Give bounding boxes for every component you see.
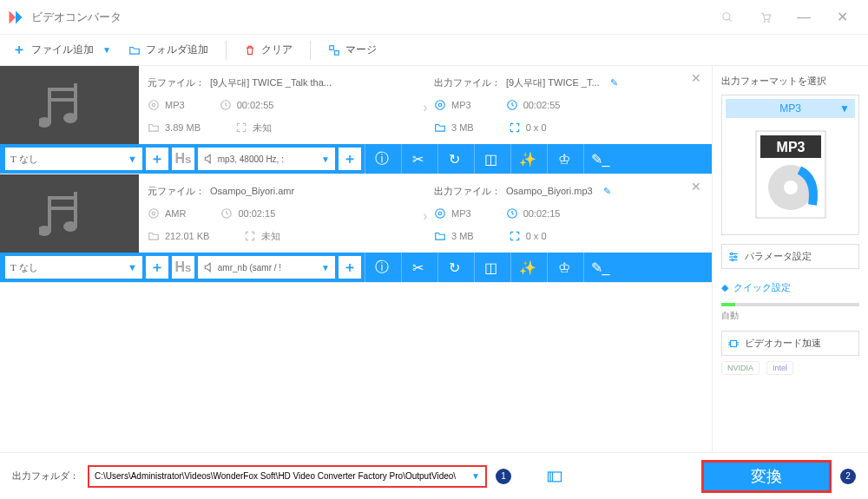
separator bbox=[310, 41, 311, 60]
clock-icon bbox=[220, 207, 233, 220]
size-icon bbox=[434, 121, 446, 134]
hardsub-button[interactable]: Hs bbox=[172, 256, 194, 279]
edit-icon[interactable]: ✎ bbox=[610, 77, 618, 89]
rotate-icon[interactable]: ↻ bbox=[437, 144, 470, 174]
svg-point-23 bbox=[63, 221, 77, 232]
audio-track-dropdown[interactable]: mp3, 48000 Hz, :▼ bbox=[198, 148, 335, 170]
source-duration: 00:02:55 bbox=[237, 100, 274, 110]
audio-track-value: mp3, 48000 Hz, : bbox=[218, 154, 284, 164]
source-file-label: 元ファイル： bbox=[148, 185, 205, 198]
file-thumbnail bbox=[0, 174, 139, 253]
output-format-selector[interactable]: MP3▼ MP3 bbox=[721, 95, 859, 235]
add-subtitle-button[interactable]: ＋ bbox=[146, 148, 168, 170]
file-item: 元ファイル：Osampo_Biyori.amr AMR 00:02:15 212… bbox=[0, 174, 712, 283]
clock-icon bbox=[506, 207, 518, 220]
svg-point-15 bbox=[436, 101, 445, 110]
subtitle-value: なし bbox=[19, 153, 38, 166]
hardware-accel-button[interactable]: ビデオカード加速 bbox=[721, 331, 859, 356]
chevron-down-icon: ▼ bbox=[471, 471, 480, 481]
crop-icon[interactable]: ◫ bbox=[474, 253, 507, 282]
add-folder-button[interactable]: フォルダ追加 bbox=[128, 43, 208, 57]
cart-icon[interactable] bbox=[746, 0, 785, 35]
folder-icon bbox=[128, 44, 141, 56]
crop-icon[interactable]: ◫ bbox=[474, 144, 507, 174]
format-icon bbox=[434, 99, 446, 111]
subtitle-dropdown[interactable]: T なし▼ bbox=[5, 148, 142, 170]
add-file-button[interactable]: ＋ファイル追加 bbox=[12, 41, 94, 59]
merge-button[interactable]: マージ bbox=[328, 43, 377, 57]
svg-point-38 bbox=[731, 253, 733, 254]
size-icon bbox=[148, 121, 160, 134]
size-icon bbox=[148, 230, 160, 242]
svg-point-11 bbox=[63, 113, 77, 123]
output-file-label: 出力ファイル： bbox=[434, 76, 501, 89]
audio-track-dropdown[interactable]: amr_nb (samr / !▼ bbox=[198, 256, 335, 279]
effects-icon[interactable]: ✨ bbox=[510, 144, 543, 174]
open-folder-icon[interactable] bbox=[546, 468, 563, 485]
cut-icon[interactable]: ✂ bbox=[401, 253, 434, 282]
watermark-icon[interactable]: ♔ bbox=[547, 253, 580, 282]
svg-point-27 bbox=[436, 209, 445, 219]
titlebar: ビデオコンバータ — ✕ bbox=[0, 0, 868, 35]
convert-button[interactable]: 変換 bbox=[701, 460, 832, 493]
svg-point-34 bbox=[784, 181, 798, 194]
output-folder-label: 出力フォルダ： bbox=[12, 469, 79, 483]
nvidia-logo: NVIDIA bbox=[721, 361, 760, 375]
subtitle-dropdown[interactable]: T なし▼ bbox=[5, 256, 142, 279]
toolbar: ＋ファイル追加 ▼ フォルダ追加 クリア マージ bbox=[0, 35, 868, 66]
remove-file-button[interactable]: ✕ bbox=[691, 180, 701, 194]
add-subtitle-button[interactable]: ＋ bbox=[146, 256, 168, 279]
svg-line-1 bbox=[729, 18, 732, 21]
parameter-settings-button[interactable]: パラメータ設定 bbox=[721, 244, 859, 269]
resolution-icon bbox=[244, 230, 256, 242]
output-size: 3 MB bbox=[451, 231, 474, 241]
source-duration: 00:02:15 bbox=[238, 208, 275, 219]
svg-rect-9 bbox=[48, 98, 77, 102]
cut-icon[interactable]: ✂ bbox=[401, 144, 434, 174]
hw-vendor-logos: NVIDIA Intel bbox=[721, 361, 859, 375]
app-logo-icon bbox=[7, 9, 24, 26]
add-file-dropdown-icon[interactable]: ▼ bbox=[102, 45, 111, 55]
edit-tool-icon[interactable]: ✎_ bbox=[583, 253, 616, 282]
side-panel: 出力フォーマットを選択 MP3▼ MP3 パラメータ設定 ◆ クイック設定 自動 bbox=[712, 66, 868, 452]
resolution-icon bbox=[509, 121, 521, 134]
clock-icon bbox=[506, 99, 518, 111]
hardsub-button[interactable]: Hs bbox=[172, 148, 194, 170]
svg-rect-18 bbox=[48, 196, 51, 231]
output-duration: 00:02:15 bbox=[523, 208, 561, 219]
info-icon[interactable]: ⓘ bbox=[365, 144, 398, 174]
annotation-badge-2: 2 bbox=[840, 469, 856, 484]
edit-tool-icon[interactable]: ✎_ bbox=[583, 144, 616, 174]
quality-slider[interactable] bbox=[721, 303, 859, 306]
speaker-icon bbox=[203, 153, 215, 165]
resolution-icon bbox=[235, 121, 247, 134]
subtitle-value: なし bbox=[19, 261, 38, 274]
audio-track-value: amr_nb (samr / ! bbox=[218, 263, 281, 272]
chip-icon bbox=[727, 338, 740, 350]
clear-button[interactable]: クリア bbox=[244, 43, 293, 57]
svg-rect-20 bbox=[48, 196, 77, 200]
output-folder-dropdown[interactable]: C:\Users\Administrator\Videos\WonderFox … bbox=[88, 465, 487, 488]
info-icon[interactable]: ⓘ bbox=[365, 253, 398, 282]
file-list: 元ファイル：[9人무대] TWICE _Talk tha... MP3 00:0… bbox=[0, 66, 712, 452]
output-file-name: Osampo_Biyori.mp3 bbox=[506, 186, 593, 196]
rotate-icon[interactable]: ↻ bbox=[437, 253, 470, 282]
minimize-button[interactable]: — bbox=[785, 0, 823, 35]
file-item: 元ファイル：[9人무대] TWICE _Talk tha... MP3 00:0… bbox=[0, 66, 712, 174]
side-title: 出力フォーマットを選択 bbox=[721, 75, 859, 88]
quick-settings-label: ◆ クイック設定 bbox=[721, 281, 859, 294]
svg-point-3 bbox=[768, 21, 769, 22]
add-audio-button[interactable]: ＋ bbox=[339, 256, 361, 279]
search-icon[interactable] bbox=[708, 0, 746, 35]
add-audio-button[interactable]: ＋ bbox=[339, 148, 361, 170]
close-button[interactable]: ✕ bbox=[823, 0, 861, 35]
edit-icon[interactable]: ✎ bbox=[603, 186, 611, 197]
merge-icon bbox=[328, 44, 340, 56]
format-thumbnail: MP3 bbox=[726, 118, 855, 231]
svg-point-28 bbox=[438, 212, 442, 215]
speaker-icon bbox=[203, 261, 215, 273]
svg-point-24 bbox=[149, 209, 159, 219]
watermark-icon[interactable]: ♔ bbox=[547, 144, 580, 174]
remove-file-button[interactable]: ✕ bbox=[691, 71, 701, 85]
effects-icon[interactable]: ✨ bbox=[510, 253, 543, 282]
